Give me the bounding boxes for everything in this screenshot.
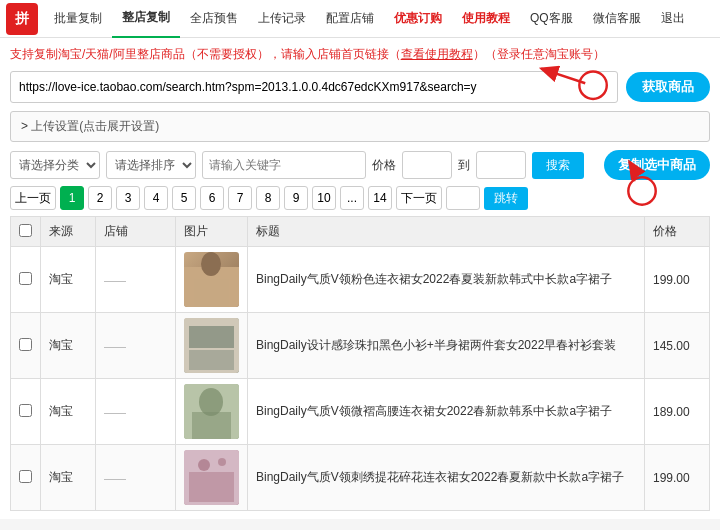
row-price-0: 199.00 — [645, 247, 710, 313]
svg-point-1 — [201, 252, 221, 276]
pagination-row: 上一页 1 2 3 4 5 6 7 8 9 10 ... 14 下一页 跳转 — [10, 186, 710, 210]
col-title-header: 标题 — [248, 217, 645, 247]
nav-logout[interactable]: 退出 — [651, 0, 695, 38]
product-image-2 — [184, 384, 239, 439]
row-shop: —— — [96, 313, 176, 379]
table-row: 淘宝 —— BingDaily气质V领刺绣提花碎花连衣裙女2022春夏新款中长款… — [11, 445, 710, 511]
row-source: 淘宝 — [41, 247, 96, 313]
get-products-button[interactable]: 获取商品 — [626, 72, 710, 102]
page-4-button[interactable]: 4 — [144, 186, 168, 210]
row-price-1: 145.00 — [645, 313, 710, 379]
page-1-button[interactable]: 1 — [60, 186, 84, 210]
nav-qq-service[interactable]: QQ客服 — [520, 0, 583, 38]
col-check-header — [11, 217, 41, 247]
col-shop-header: 店铺 — [96, 217, 176, 247]
main-content: 支持复制淘宝/天猫/阿里整店商品（不需要授权），请输入店铺首页链接（查看使用教程… — [0, 38, 720, 519]
page-6-button[interactable]: 6 — [200, 186, 224, 210]
jump-button[interactable]: 跳转 — [484, 187, 528, 210]
col-img-header: 图片 — [176, 217, 248, 247]
nav-config-store[interactable]: 配置店铺 — [316, 0, 384, 38]
prev-page-button[interactable]: 上一页 — [10, 186, 56, 210]
row-shop: —— — [96, 379, 176, 445]
nav-full-store-copy[interactable]: 整店复制 — [112, 0, 180, 38]
search-button[interactable]: 搜索 — [532, 152, 584, 179]
table-header-row: 来源 店铺 图片 标题 价格 — [11, 217, 710, 247]
nav-batch-copy[interactable]: 批量复制 — [44, 0, 112, 38]
price-max-input[interactable] — [476, 151, 526, 179]
url-input[interactable] — [10, 71, 618, 103]
row-checkbox-cell — [11, 313, 41, 379]
url-row: 获取商品 — [10, 71, 710, 103]
product-table: 来源 店铺 图片 标题 价格 淘宝 —— — [10, 216, 710, 511]
row-img-cell — [176, 247, 248, 313]
table-row: 淘宝 —— BingDaily设计感珍珠扣黑色小衫+半身裙两件套女2022早春衬… — [11, 313, 710, 379]
product-image-1 — [184, 318, 239, 373]
product-image-3 — [184, 450, 239, 505]
row-title-3: BingDaily气质V领刺绣提花碎花连衣裙女2022春夏新款中长款a字裙子 — [248, 445, 645, 511]
nav-upload-records[interactable]: 上传记录 — [248, 0, 316, 38]
row-source: 淘宝 — [41, 379, 96, 445]
filter-row: 请选择分类 请选择排序 价格 到 搜索 复制选中商品 — [10, 150, 710, 180]
row-title-1: BingDaily设计感珍珠扣黑色小衫+半身裙两件套女2022早春衬衫套装 — [248, 313, 645, 379]
row-price-3: 199.00 — [645, 445, 710, 511]
product-image-0 — [184, 252, 239, 307]
svg-rect-8 — [192, 412, 231, 439]
svg-point-11 — [218, 458, 226, 466]
to-label: 到 — [458, 157, 470, 174]
row-checkbox-0[interactable] — [19, 272, 32, 285]
row-checkbox-3[interactable] — [19, 470, 32, 483]
nav-tutorials[interactable]: 使用教程 — [452, 0, 520, 38]
page-10-button[interactable]: 10 — [312, 186, 336, 210]
col-price-header: 价格 — [645, 217, 710, 247]
nav-promo-orders[interactable]: 优惠订购 — [384, 0, 452, 38]
col-source-header: 来源 — [41, 217, 96, 247]
logo: 拼 — [6, 3, 38, 35]
alert-text2: ）（登录任意淘宝账号） — [473, 47, 605, 61]
row-checkbox-cell — [11, 445, 41, 511]
row-img-cell — [176, 313, 248, 379]
page-3-button[interactable]: 3 — [116, 186, 140, 210]
row-checkbox-1[interactable] — [19, 338, 32, 351]
row-checkbox-cell — [11, 379, 41, 445]
keyword-input[interactable] — [202, 151, 366, 179]
row-img-cell — [176, 445, 248, 511]
row-price-2: 189.00 — [645, 379, 710, 445]
next-page-button[interactable]: 下一页 — [396, 186, 442, 210]
table-row: 淘宝 —— BingDaily气质V领微褶高腰连衣裙女2022春新款韩系中长款a… — [11, 379, 710, 445]
nav-wechat-service[interactable]: 微信客服 — [583, 0, 651, 38]
page-8-button[interactable]: 8 — [256, 186, 280, 210]
sort-select[interactable]: 请选择排序 — [106, 151, 196, 179]
svg-rect-12 — [189, 472, 234, 502]
alert-bar: 支持复制淘宝/天猫/阿里整店商品（不需要授权），请输入店铺首页链接（查看使用教程… — [10, 46, 710, 63]
row-shop: —— — [96, 247, 176, 313]
page-ellipsis: ... — [340, 186, 364, 210]
page-9-button[interactable]: 9 — [284, 186, 308, 210]
row-shop: —— — [96, 445, 176, 511]
select-all-checkbox[interactable] — [19, 224, 32, 237]
nav-full-store-presale[interactable]: 全店预售 — [180, 0, 248, 38]
table-row: 淘宝 —— BingDaily气质V领粉色连衣裙女2022春夏装新款韩式中长款a… — [11, 247, 710, 313]
price-min-input[interactable] — [402, 151, 452, 179]
upload-settings-toggle[interactable]: 上传设置(点击展开设置) — [10, 111, 710, 142]
row-checkbox-cell — [11, 247, 41, 313]
page-14-button[interactable]: 14 — [368, 186, 392, 210]
page-7-button[interactable]: 7 — [228, 186, 252, 210]
row-source: 淘宝 — [41, 313, 96, 379]
copy-selected-button[interactable]: 复制选中商品 — [604, 150, 710, 180]
alert-tutorial-link[interactable]: 查看使用教程 — [401, 47, 473, 61]
page-2-button[interactable]: 2 — [88, 186, 112, 210]
page-5-button[interactable]: 5 — [172, 186, 196, 210]
svg-rect-2 — [194, 279, 229, 307]
row-checkbox-2[interactable] — [19, 404, 32, 417]
category-select[interactable]: 请选择分类 — [10, 151, 100, 179]
svg-point-7 — [199, 388, 223, 416]
row-title-2: BingDaily气质V领微褶高腰连衣裙女2022春新款韩系中长款a字裙子 — [248, 379, 645, 445]
row-source: 淘宝 — [41, 445, 96, 511]
svg-point-10 — [198, 459, 210, 471]
row-img-cell — [176, 379, 248, 445]
top-navigation: 拼 批量复制 整店复制 全店预售 上传记录 配置店铺 优惠订购 使用教程 QQ客… — [0, 0, 720, 38]
product-table-wrap: 来源 店铺 图片 标题 价格 淘宝 —— — [10, 216, 710, 511]
svg-rect-5 — [189, 350, 234, 370]
jump-page-input[interactable] — [446, 186, 480, 210]
svg-rect-4 — [189, 326, 234, 348]
